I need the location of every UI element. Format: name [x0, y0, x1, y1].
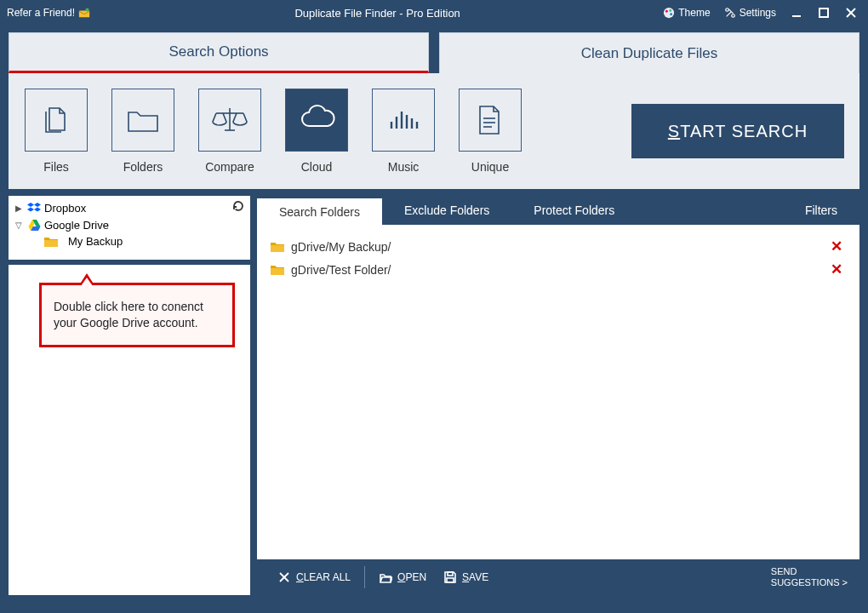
save-icon [443, 570, 457, 584]
tool-music-label: Music [388, 160, 420, 174]
clear-icon [277, 570, 291, 584]
dropbox-icon [27, 201, 41, 215]
svg-point-3 [665, 10, 668, 13]
settings-label: Settings [740, 7, 776, 19]
open-icon [379, 570, 392, 584]
refer-label: Refer a Friend! [7, 7, 75, 19]
maximize-icon [819, 8, 829, 18]
save-prefix: S [462, 571, 469, 583]
tool-compare[interactable]: Compare [197, 89, 262, 174]
sidebar: ▶ Dropbox ▽ Google Drive My Backup [0, 196, 250, 595]
compare-icon [209, 100, 250, 140]
svg-point-6 [725, 9, 728, 12]
title-bar: Refer a Friend! Duplicate File Finder - … [0, 0, 868, 26]
music-icon [385, 101, 422, 139]
remove-item-button[interactable]: ✕ [827, 261, 846, 278]
google-drive-icon [27, 218, 41, 232]
theme-label: Theme [678, 7, 710, 19]
tab-clean-duplicates[interactable]: Clean Duplicate Files [439, 32, 859, 73]
tool-files-label: Files [43, 160, 69, 174]
clear-rest: LEAR ALL [304, 571, 351, 583]
tool-folders-label: Folders [123, 160, 163, 174]
settings-button[interactable]: Settings [719, 3, 781, 22]
list-item[interactable]: gDrive/Test Folder/ ✕ [271, 258, 846, 281]
folder-icon [44, 236, 58, 247]
folders-icon [123, 100, 163, 140]
refresh-icon [231, 199, 245, 213]
search-folders-list: gDrive/My Backup/ ✕ gDrive/Test Folder/ … [257, 225, 859, 559]
tree-subitem[interactable]: My Backup [10, 233, 248, 249]
unique-icon [473, 101, 507, 139]
callout-text: Double click here to conenct your Google… [54, 300, 203, 329]
tools-icon [724, 7, 736, 19]
svg-point-4 [670, 9, 672, 12]
open-button[interactable]: OPEN [370, 565, 435, 589]
suggestions-label: SUGGESTIONS > [771, 577, 848, 588]
close-button[interactable] [839, 2, 863, 24]
refresh-button[interactable] [231, 199, 245, 215]
start-rest: TART SEARCH [680, 122, 808, 141]
tree-label-gdrive: Google Drive [44, 219, 109, 232]
refer-a-friend-link[interactable]: Refer a Friend! [0, 7, 97, 19]
start-prefix: S [668, 122, 680, 141]
minimize-button[interactable] [785, 2, 808, 24]
separator [364, 566, 365, 588]
save-rest: AVE [469, 571, 488, 583]
refer-icon [78, 7, 90, 19]
tool-cloud-label: Cloud [301, 160, 333, 174]
theme-button[interactable]: Theme [658, 3, 715, 22]
app-title: Duplicate File Finder - Pro Edition [97, 7, 658, 20]
tool-files[interactable]: Files [24, 89, 89, 174]
footer-bar: CLEAR ALL OPEN SAVE SEND SUGGESTIONS > [257, 559, 859, 595]
main-tabs: Search Options Clean Duplicate Files [0, 26, 868, 73]
maximize-button[interactable] [812, 2, 836, 24]
close-icon [846, 8, 856, 18]
svg-point-5 [671, 13, 673, 15]
tree-label-dropbox: Dropbox [44, 202, 86, 215]
svg-rect-9 [819, 9, 828, 17]
content-area: Search Folders Exclude Folders Protect F… [257, 196, 859, 595]
folder-icon [271, 264, 284, 275]
files-icon [37, 101, 75, 139]
collapse-icon: ▽ [14, 221, 24, 230]
svg-point-2 [664, 8, 674, 18]
subtab-search-folders[interactable]: Search Folders [257, 198, 382, 225]
subtab-protect-folders[interactable]: Protect Folders [511, 196, 637, 225]
tool-unique-label: Unique [471, 160, 509, 174]
expand-icon: ▶ [14, 203, 24, 213]
svg-rect-26 [448, 572, 453, 576]
tool-music[interactable]: Music [371, 89, 436, 174]
tool-cloud[interactable]: Cloud [284, 89, 349, 174]
svg-point-7 [731, 14, 734, 18]
tree-item-dropbox[interactable]: ▶ Dropbox [10, 199, 248, 216]
clear-all-button[interactable]: CLEAR ALL [269, 565, 359, 589]
hint-callout: Double click here to conenct your Google… [39, 283, 235, 347]
tab-search-options[interactable]: Search Options [9, 32, 429, 73]
folder-icon [271, 241, 284, 252]
tree-item-gdrive[interactable]: ▽ Google Drive [10, 216, 248, 233]
list-item-path: gDrive/My Backup/ [291, 240, 391, 254]
palette-icon [663, 7, 675, 19]
clear-prefix: C [296, 571, 304, 583]
tools-panel: Files Folders Compare Cloud Music Unique… [9, 73, 859, 189]
open-rest: PEN [405, 571, 426, 583]
subtabs: Search Folders Exclude Folders Protect F… [257, 196, 859, 225]
send-label: SEND [771, 566, 848, 577]
tool-unique[interactable]: Unique [458, 89, 523, 174]
tree-sub-label: My Backup [68, 235, 123, 248]
save-button[interactable]: SAVE [435, 565, 497, 589]
tool-compare-label: Compare [205, 160, 254, 174]
subtab-filters[interactable]: Filters [783, 196, 859, 225]
cloud-accounts-tree: ▶ Dropbox ▽ Google Drive My Backup [9, 196, 250, 260]
subtab-exclude-folders[interactable]: Exclude Folders [382, 196, 511, 225]
list-item[interactable]: gDrive/My Backup/ ✕ [271, 235, 846, 258]
svg-point-1 [86, 8, 89, 11]
start-search-button[interactable]: START SEARCH [631, 104, 844, 158]
tool-folders[interactable]: Folders [111, 89, 175, 174]
send-suggestions-link[interactable]: SEND SUGGESTIONS > [771, 566, 848, 588]
minimize-icon [791, 8, 802, 18]
remove-item-button[interactable]: ✕ [827, 238, 846, 255]
cloud-icon [295, 99, 338, 141]
list-item-path: gDrive/Test Folder/ [291, 263, 391, 277]
svg-rect-27 [447, 578, 454, 582]
